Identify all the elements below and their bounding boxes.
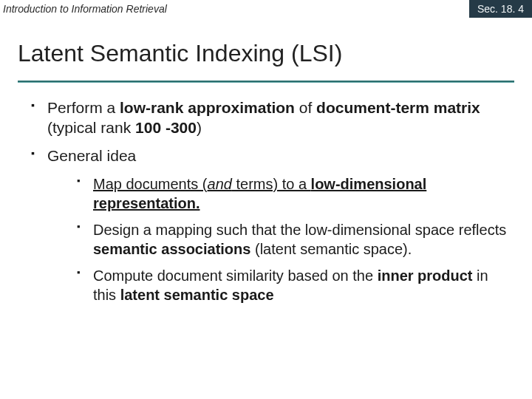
bullet-list: Perform a low-rank approximation of docu… bbox=[21, 98, 511, 304]
title-block: Latent Semantic Indexing (LSI) bbox=[0, 18, 532, 73]
text: (typical rank bbox=[47, 119, 135, 136]
text: Design a mapping such that the low-dimen… bbox=[93, 222, 506, 238]
sub-bullet-list: Map documents (and terms) to a low-dimen… bbox=[47, 174, 511, 304]
text-bold-underline: low-dimensional bbox=[311, 176, 427, 192]
sub-bullet-item: Compute document similarity based on the… bbox=[77, 266, 511, 304]
text: General idea bbox=[47, 147, 136, 164]
slide-content: Perform a low-rank approximation of docu… bbox=[0, 83, 532, 304]
sub-bullet-item: Design a mapping such that the low-dimen… bbox=[77, 220, 511, 259]
slide-title: Latent Semantic Indexing (LSI) bbox=[18, 40, 514, 67]
text: of bbox=[295, 99, 316, 116]
text-underline: terms) to a bbox=[232, 176, 311, 192]
header-left: Introduction to Information Retrieval bbox=[0, 3, 167, 15]
text-bold: low-rank approximation bbox=[120, 99, 295, 116]
sub-bullet-item: Map documents (and terms) to a low-dimen… bbox=[77, 174, 511, 213]
text-bold: inner product bbox=[378, 267, 473, 284]
bullet-item: General idea Map documents (and terms) t… bbox=[31, 146, 511, 304]
text-bold: document-term matrix bbox=[316, 99, 480, 116]
text: ) bbox=[197, 119, 202, 136]
header-bar: Introduction to Information Retrieval Se… bbox=[0, 0, 532, 18]
text: Perform a bbox=[47, 99, 120, 116]
header-right-section: Sec. 18. 4 bbox=[469, 0, 532, 18]
text-bold-underline: representation. bbox=[93, 195, 200, 211]
text-underline-italic: and bbox=[208, 176, 232, 192]
text: (latent semantic space). bbox=[250, 241, 412, 257]
text: Compute document similarity based on the bbox=[93, 267, 378, 284]
bullet-item: Perform a low-rank approximation of docu… bbox=[31, 98, 511, 138]
text-underline: Map documents ( bbox=[93, 176, 208, 192]
text-bold: 100 -300 bbox=[135, 119, 197, 136]
text-bold: semantic associations bbox=[93, 241, 250, 257]
text-bold: latent semantic space bbox=[120, 287, 274, 303]
